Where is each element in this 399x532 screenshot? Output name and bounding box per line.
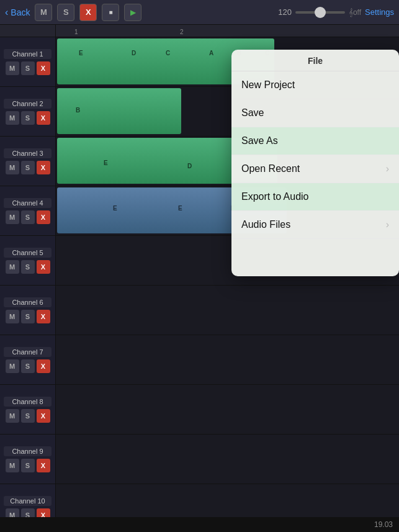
ch5-x-button[interactable]: X [37, 260, 50, 274]
ch7-m-button[interactable]: M [6, 359, 19, 373]
channel-8-label: Channel 8 [4, 397, 52, 407]
settings-button[interactable]: Settings [365, 7, 394, 17]
ch1-s-button[interactable]: S [21, 61, 35, 75]
ch4-m-button[interactable]: M [6, 210, 19, 224]
dropdown-save[interactable]: Save [231, 99, 399, 127]
channel-row-10: Channel 10 M S X [0, 484, 55, 517]
channel-4-buttons: M S X [4, 210, 52, 224]
channel-row-7: Channel 7 M S X [0, 335, 55, 385]
ch10-s-button[interactable]: S [21, 508, 35, 518]
ch7-s-button[interactable]: S [21, 359, 35, 373]
note-c1: C [166, 50, 170, 56]
main-area: Channel 1 M S X Channel 2 M S X Channel … [0, 25, 399, 517]
track-row-7[interactable] [56, 335, 399, 385]
channel-3-label: Channel 3 [4, 148, 52, 158]
channel-row-8: Channel 8 M S X [0, 385, 55, 435]
channel-row-4: Channel 4 M S X [0, 186, 55, 236]
track-row-9[interactable] [56, 435, 399, 484]
channel-row-2: Channel 2 M S X [0, 87, 55, 137]
channel-9-buttons: M S X [4, 459, 52, 472]
ch6-x-button[interactable]: X [37, 310, 50, 323]
ch6-m-button[interactable]: M [6, 310, 19, 323]
channel-6-buttons: M S X [4, 310, 52, 323]
ch9-x-button[interactable]: X [37, 459, 50, 472]
open-recent-chevron-icon: › [386, 163, 389, 174]
m-button[interactable]: M [35, 4, 52, 21]
channel-7-buttons: M S X [4, 359, 52, 373]
status-bar: 19.03 [0, 517, 399, 532]
dropdown-export-audio[interactable]: Export to Audio [231, 183, 399, 211]
ch4-s-button[interactable]: S [21, 210, 35, 224]
channel-row-5: Channel 5 M S X [0, 236, 55, 286]
channel-7-label: Channel 7 [4, 347, 52, 357]
channel-row-1: Channel 1 M S X [0, 37, 55, 87]
note-e4b: E [178, 205, 182, 212]
channel-4-label: Channel 4 [4, 198, 52, 208]
ch8-s-button[interactable]: S [21, 409, 35, 423]
ch10-m-button[interactable]: M [6, 508, 19, 518]
track-row-10[interactable] [56, 484, 399, 517]
back-arrow-icon: ‹ [5, 7, 8, 18]
channel-sidebar: Channel 1 M S X Channel 2 M S X Channel … [0, 25, 56, 517]
bpm-value: 120 [278, 7, 292, 17]
dropdown-new-project[interactable]: New Project [231, 71, 399, 99]
ch9-s-button[interactable]: S [21, 459, 35, 472]
playback-time: 19.03 [374, 520, 393, 529]
open-recent-label: Open Recent [241, 163, 300, 174]
ch2-x-button[interactable]: X [37, 111, 50, 125]
ch3-s-button[interactable]: S [21, 161, 35, 174]
audio-files-chevron-icon: › [386, 219, 389, 230]
dropdown-open-recent[interactable]: Open Recent › [231, 155, 399, 183]
channel-3-buttons: M S X [4, 161, 52, 174]
ch3-m-button[interactable]: M [6, 161, 19, 174]
s-button[interactable]: S [57, 4, 74, 21]
track-row-8[interactable] [56, 385, 399, 435]
ch5-m-button[interactable]: M [6, 260, 19, 274]
ch8-x-button[interactable]: X [37, 409, 50, 423]
note-e4: E [113, 205, 117, 212]
play-button[interactable]: ▶ [124, 4, 141, 21]
ch4-x-button[interactable]: X [37, 210, 50, 224]
note-a1: A [209, 50, 213, 56]
x-button[interactable]: X [79, 4, 97, 21]
channel-10-buttons: M S X [4, 508, 52, 518]
dropdown-empty-space [231, 239, 399, 276]
note-d1: D [132, 50, 136, 56]
file-dropdown: File New Project Save Save As Open Recen… [231, 50, 399, 276]
ch1-x-button[interactable]: X [37, 61, 50, 75]
channel-6-label: Channel 6 [4, 297, 52, 307]
ch7-x-button[interactable]: X [37, 359, 50, 373]
note-e1: E [79, 50, 83, 56]
audio-files-label: Audio Files [241, 219, 290, 230]
ch3-x-button[interactable]: X [37, 161, 50, 174]
ch9-m-button[interactable]: M [6, 459, 19, 472]
new-project-label: New Project [241, 79, 295, 91]
ch2-s-button[interactable]: S [21, 111, 35, 125]
track-row-6[interactable] [56, 286, 399, 335]
dropdown-save-as[interactable]: Save As [231, 127, 399, 155]
ch10-x-button[interactable]: X [37, 508, 50, 518]
metronome-button[interactable]: 𝄞off [349, 8, 361, 17]
channel-8-buttons: M S X [4, 409, 52, 423]
note-e3: E [104, 160, 108, 166]
channel-5-label: Channel 5 [4, 248, 52, 258]
channel-row-9: Channel 9 M S X [0, 435, 55, 484]
channel-2-label: Channel 2 [4, 99, 52, 109]
ch2-m-button[interactable]: M [6, 111, 19, 125]
track-block-2[interactable]: B [57, 88, 181, 134]
ch8-m-button[interactable]: M [6, 409, 19, 423]
top-bar: ‹ Back M S X ■ ▶ 120 𝄞off Settings [0, 0, 399, 25]
ch5-s-button[interactable]: S [21, 260, 35, 274]
export-audio-label: Export to Audio [241, 191, 309, 202]
bpm-area: 120 𝄞off Settings [278, 7, 394, 17]
ruler-mark-1: 1 [74, 29, 78, 35]
ch6-s-button[interactable]: S [21, 310, 35, 323]
dropdown-audio-files[interactable]: Audio Files › [231, 211, 399, 239]
ch1-m-button[interactable]: M [6, 61, 19, 75]
back-button[interactable]: ‹ Back [5, 7, 30, 18]
back-label: Back [11, 7, 30, 17]
bpm-slider[interactable] [295, 11, 345, 14]
stop-button[interactable]: ■ [102, 4, 119, 21]
dropdown-title: File [231, 50, 399, 71]
channel-1-label: Channel 1 [4, 49, 52, 59]
